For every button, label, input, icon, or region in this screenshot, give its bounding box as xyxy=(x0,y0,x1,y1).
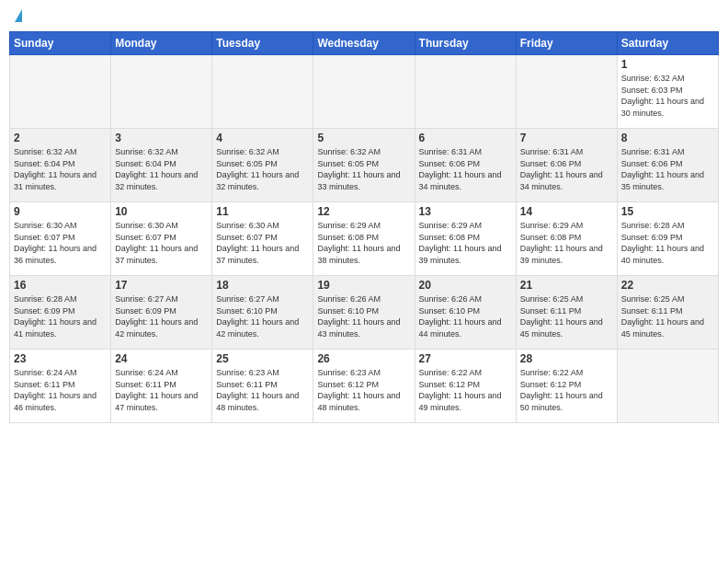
logo xyxy=(13,9,22,24)
day-number: 21 xyxy=(520,279,613,292)
logo-triangle-icon xyxy=(15,9,22,22)
day-info: Sunrise: 6:30 AM Sunset: 6:07 PM Dayligh… xyxy=(14,220,107,266)
weekday-header-saturday: Saturday xyxy=(617,32,718,55)
calendar-cell: 17Sunrise: 6:27 AM Sunset: 6:09 PM Dayli… xyxy=(111,276,212,350)
calendar-cell: 4Sunrise: 6:32 AM Sunset: 6:05 PM Daylig… xyxy=(212,129,313,202)
calendar-cell xyxy=(415,55,516,129)
day-number: 4 xyxy=(216,132,309,144)
day-number: 16 xyxy=(14,279,107,292)
day-number: 14 xyxy=(520,205,613,218)
day-info: Sunrise: 6:29 AM Sunset: 6:08 PM Dayligh… xyxy=(520,220,613,266)
day-info: Sunrise: 6:26 AM Sunset: 6:10 PM Dayligh… xyxy=(419,293,512,339)
day-info: Sunrise: 6:30 AM Sunset: 6:07 PM Dayligh… xyxy=(216,220,309,266)
day-info: Sunrise: 6:24 AM Sunset: 6:11 PM Dayligh… xyxy=(115,367,208,413)
day-info: Sunrise: 6:24 AM Sunset: 6:11 PM Dayligh… xyxy=(14,367,107,413)
day-number: 8 xyxy=(621,132,714,144)
calendar-cell: 24Sunrise: 6:24 AM Sunset: 6:11 PM Dayli… xyxy=(111,350,212,423)
calendar-cell: 18Sunrise: 6:27 AM Sunset: 6:10 PM Dayli… xyxy=(212,276,313,350)
day-number: 2 xyxy=(14,132,107,144)
calendar-cell: 21Sunrise: 6:25 AM Sunset: 6:11 PM Dayli… xyxy=(516,276,617,350)
weekday-header-sunday: Sunday xyxy=(10,32,111,55)
calendar-week-2: 2Sunrise: 6:32 AM Sunset: 6:04 PM Daylig… xyxy=(10,129,719,202)
day-number: 26 xyxy=(317,352,410,365)
day-info: Sunrise: 6:28 AM Sunset: 6:09 PM Dayligh… xyxy=(621,220,714,266)
day-info: Sunrise: 6:27 AM Sunset: 6:10 PM Dayligh… xyxy=(216,293,309,339)
weekday-header-wednesday: Wednesday xyxy=(313,32,415,55)
weekday-header-thursday: Thursday xyxy=(415,32,516,55)
calendar-week-3: 9Sunrise: 6:30 AM Sunset: 6:07 PM Daylig… xyxy=(10,202,719,276)
day-info: Sunrise: 6:31 AM Sunset: 6:06 PM Dayligh… xyxy=(621,146,714,192)
calendar-cell: 5Sunrise: 6:32 AM Sunset: 6:05 PM Daylig… xyxy=(313,129,415,202)
calendar-cell xyxy=(10,55,111,129)
day-number: 10 xyxy=(115,205,208,218)
day-number: 18 xyxy=(216,279,309,292)
day-number: 20 xyxy=(419,279,512,292)
day-number: 7 xyxy=(520,132,613,144)
calendar-cell: 27Sunrise: 6:22 AM Sunset: 6:12 PM Dayli… xyxy=(415,350,516,423)
day-number: 22 xyxy=(621,279,714,292)
day-info: Sunrise: 6:32 AM Sunset: 6:05 PM Dayligh… xyxy=(317,146,410,192)
day-info: Sunrise: 6:32 AM Sunset: 6:04 PM Dayligh… xyxy=(14,146,107,192)
day-number: 15 xyxy=(621,205,714,218)
day-info: Sunrise: 6:22 AM Sunset: 6:12 PM Dayligh… xyxy=(419,367,512,413)
calendar-cell xyxy=(516,55,617,129)
day-info: Sunrise: 6:31 AM Sunset: 6:06 PM Dayligh… xyxy=(419,146,512,192)
day-info: Sunrise: 6:23 AM Sunset: 6:12 PM Dayligh… xyxy=(317,367,410,413)
calendar-cell: 15Sunrise: 6:28 AM Sunset: 6:09 PM Dayli… xyxy=(617,202,718,276)
day-info: Sunrise: 6:28 AM Sunset: 6:09 PM Dayligh… xyxy=(14,293,107,339)
calendar-cell: 8Sunrise: 6:31 AM Sunset: 6:06 PM Daylig… xyxy=(617,129,718,202)
calendar-cell xyxy=(111,55,212,129)
calendar-cell: 13Sunrise: 6:29 AM Sunset: 6:08 PM Dayli… xyxy=(415,202,516,276)
calendar-cell: 11Sunrise: 6:30 AM Sunset: 6:07 PM Dayli… xyxy=(212,202,313,276)
calendar-cell: 23Sunrise: 6:24 AM Sunset: 6:11 PM Dayli… xyxy=(10,350,111,423)
calendar-cell: 2Sunrise: 6:32 AM Sunset: 6:04 PM Daylig… xyxy=(10,129,111,202)
day-number: 27 xyxy=(419,352,512,365)
day-info: Sunrise: 6:25 AM Sunset: 6:11 PM Dayligh… xyxy=(621,293,714,339)
day-number: 1 xyxy=(621,58,714,71)
calendar-week-1: 1Sunrise: 6:32 AM Sunset: 6:03 PM Daylig… xyxy=(10,55,719,129)
day-number: 11 xyxy=(216,205,309,218)
page-header xyxy=(9,9,719,24)
calendar-cell: 6Sunrise: 6:31 AM Sunset: 6:06 PM Daylig… xyxy=(415,129,516,202)
day-info: Sunrise: 6:32 AM Sunset: 6:05 PM Dayligh… xyxy=(216,146,309,192)
day-info: Sunrise: 6:32 AM Sunset: 6:04 PM Dayligh… xyxy=(115,146,208,192)
weekday-header-friday: Friday xyxy=(516,32,617,55)
calendar-week-4: 16Sunrise: 6:28 AM Sunset: 6:09 PM Dayli… xyxy=(10,276,719,350)
calendar-cell: 16Sunrise: 6:28 AM Sunset: 6:09 PM Dayli… xyxy=(10,276,111,350)
day-number: 6 xyxy=(419,132,512,144)
calendar-cell xyxy=(212,55,313,129)
day-info: Sunrise: 6:29 AM Sunset: 6:08 PM Dayligh… xyxy=(317,220,410,266)
day-info: Sunrise: 6:30 AM Sunset: 6:07 PM Dayligh… xyxy=(115,220,208,266)
day-info: Sunrise: 6:26 AM Sunset: 6:10 PM Dayligh… xyxy=(317,293,410,339)
day-number: 23 xyxy=(14,352,107,365)
day-info: Sunrise: 6:32 AM Sunset: 6:03 PM Dayligh… xyxy=(621,73,714,119)
calendar-cell: 26Sunrise: 6:23 AM Sunset: 6:12 PM Dayli… xyxy=(313,350,415,423)
calendar-week-5: 23Sunrise: 6:24 AM Sunset: 6:11 PM Dayli… xyxy=(10,350,719,423)
calendar-cell xyxy=(617,350,718,423)
weekday-header-monday: Monday xyxy=(111,32,212,55)
day-number: 19 xyxy=(317,279,410,292)
day-info: Sunrise: 6:25 AM Sunset: 6:11 PM Dayligh… xyxy=(520,293,613,339)
calendar-cell: 10Sunrise: 6:30 AM Sunset: 6:07 PM Dayli… xyxy=(111,202,212,276)
day-number: 28 xyxy=(520,352,613,365)
calendar-cell: 7Sunrise: 6:31 AM Sunset: 6:06 PM Daylig… xyxy=(516,129,617,202)
day-number: 13 xyxy=(419,205,512,218)
calendar-cell: 1Sunrise: 6:32 AM Sunset: 6:03 PM Daylig… xyxy=(617,55,718,129)
day-info: Sunrise: 6:22 AM Sunset: 6:12 PM Dayligh… xyxy=(520,367,613,413)
calendar-cell: 25Sunrise: 6:23 AM Sunset: 6:11 PM Dayli… xyxy=(212,350,313,423)
day-info: Sunrise: 6:23 AM Sunset: 6:11 PM Dayligh… xyxy=(216,367,309,413)
calendar-body: 1Sunrise: 6:32 AM Sunset: 6:03 PM Daylig… xyxy=(10,55,719,423)
day-info: Sunrise: 6:31 AM Sunset: 6:06 PM Dayligh… xyxy=(520,146,613,192)
weekday-header-row: SundayMondayTuesdayWednesdayThursdayFrid… xyxy=(10,32,719,55)
calendar-cell xyxy=(313,55,415,129)
day-info: Sunrise: 6:27 AM Sunset: 6:09 PM Dayligh… xyxy=(115,293,208,339)
calendar-cell: 20Sunrise: 6:26 AM Sunset: 6:10 PM Dayli… xyxy=(415,276,516,350)
calendar-cell: 28Sunrise: 6:22 AM Sunset: 6:12 PM Dayli… xyxy=(516,350,617,423)
calendar-cell: 14Sunrise: 6:29 AM Sunset: 6:08 PM Dayli… xyxy=(516,202,617,276)
calendar-cell: 12Sunrise: 6:29 AM Sunset: 6:08 PM Dayli… xyxy=(313,202,415,276)
day-number: 24 xyxy=(115,352,208,365)
calendar-table: SundayMondayTuesdayWednesdayThursdayFrid… xyxy=(9,31,719,423)
day-number: 5 xyxy=(317,132,410,144)
day-number: 12 xyxy=(317,205,410,218)
calendar-cell: 19Sunrise: 6:26 AM Sunset: 6:10 PM Dayli… xyxy=(313,276,415,350)
